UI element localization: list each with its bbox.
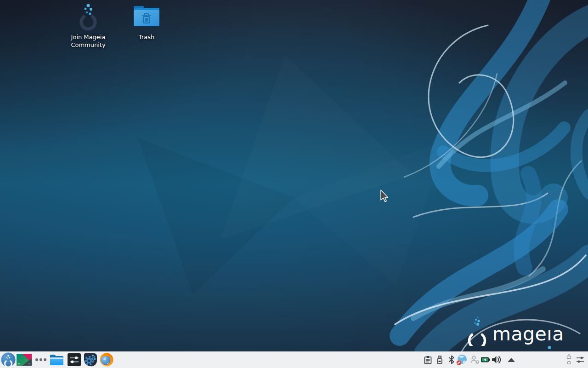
folder-icon xyxy=(50,354,64,366)
panel-toolbox-button[interactable] xyxy=(575,355,585,364)
gear-bubbles-icon xyxy=(83,352,98,367)
battery-tray-button[interactable] xyxy=(481,356,491,363)
application-launcher-button[interactable] xyxy=(1,352,16,367)
firefox-icon xyxy=(100,353,113,367)
clipboard-tray-button[interactable] xyxy=(424,356,432,364)
desktop-icon-trash[interactable]: Trash xyxy=(124,2,169,41)
lock-indicator[interactable] xyxy=(566,353,571,359)
sliders-dark-icon xyxy=(68,353,81,366)
wallpaper-swirl-art xyxy=(0,0,588,354)
ellipsis-icon xyxy=(34,357,48,362)
mouse-cursor xyxy=(379,189,390,203)
circle-indicator-icon xyxy=(567,361,571,365)
trash-folder-icon xyxy=(133,5,160,28)
desktop-icon-join-mageia-community[interactable]: Join Mageia Community xyxy=(66,2,110,49)
battery-icon xyxy=(481,356,491,363)
taskbar: 11:26 PM xyxy=(0,351,588,368)
task-overflow-button[interactable] xyxy=(34,357,48,362)
clipboard-icon xyxy=(424,356,432,364)
network-tray-button[interactable] xyxy=(456,354,468,366)
removable-device-tray-button[interactable] xyxy=(435,355,444,364)
volume-tray-button[interactable] xyxy=(491,355,501,365)
panel-settings-sliders-icon xyxy=(576,356,585,364)
file-manager-button[interactable] xyxy=(50,354,64,366)
mageia-logo: mageıa xyxy=(465,316,564,346)
lock-icon xyxy=(566,354,571,359)
desktop-icon-label: Trash xyxy=(124,34,169,41)
mageia-wordmark: mageıa xyxy=(492,323,564,345)
chevron-up-icon xyxy=(508,358,515,362)
status-indicator[interactable] xyxy=(566,360,571,365)
speaker-icon xyxy=(491,355,501,365)
desktop-pager-button[interactable] xyxy=(17,354,32,366)
mageia-logo-cauldron-icon xyxy=(465,316,489,346)
desktop[interactable]: Join Mageia Community xyxy=(0,0,588,368)
bluetooth-tray-button[interactable] xyxy=(448,355,455,364)
bluetooth-icon xyxy=(448,355,455,364)
user-status-tray-button[interactable] xyxy=(470,355,480,364)
desktop-preview-icon xyxy=(17,354,32,366)
desktop-icon-label: Join Mageia Community xyxy=(68,34,109,49)
person-icon xyxy=(470,355,480,364)
tray-expander-button[interactable] xyxy=(507,357,515,362)
mageia-control-center-button[interactable] xyxy=(83,352,98,367)
firefox-button[interactable] xyxy=(100,353,113,367)
mageia-menu-icon xyxy=(1,352,16,367)
mageia-cauldron-icon xyxy=(74,2,103,31)
system-settings-button[interactable] xyxy=(68,353,81,366)
globe-offline-icon xyxy=(456,354,468,366)
usb-icon xyxy=(435,355,444,364)
